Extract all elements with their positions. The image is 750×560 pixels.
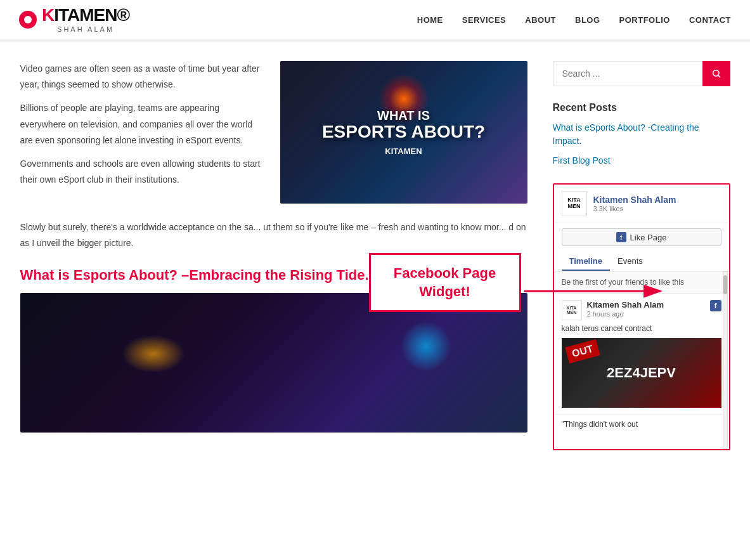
recent-post-2[interactable]: First Blog Post [553,154,730,167]
battle-glow-1 [122,335,185,373]
svg-line-1 [718,75,720,77]
fb-tab-timeline[interactable]: Timeline [562,251,611,271]
fb-out-stamp: OUT [565,339,600,363]
fb-likes: 3.3K likes [593,205,721,212]
svg-point-0 [713,70,718,76]
logo-sub: SHAH ALAM [42,25,129,33]
annotation-arrow [518,272,670,312]
battle-glow-2 [401,321,451,372]
facebook-icon: f [616,232,626,242]
logo-text: KITAMEN® [42,6,129,24]
annotation-box: Facebook PageWidget! [369,253,521,312]
fb-page-name: Kitamen Shah Alam [593,195,721,205]
search-input[interactable] [553,61,702,86]
fb-scroll-thumb [723,275,727,294]
main-nav: HOME SERVICES ABOUT BLOG PORTFOLIO CONTA… [417,15,731,25]
esports-featured-image: WHAT IS ESPORTS ABOUT? KITAMEN [280,61,527,204]
nav-home[interactable]: HOME [417,15,443,25]
nav-contact[interactable]: CONTACT [689,15,731,25]
search-button[interactable] [702,61,730,86]
fb-logo-k: KITAMEN [567,197,580,210]
nav-blog[interactable]: BLOG [575,15,600,25]
fb-post-image-number: 2EZ4JEPV [607,365,676,381]
recent-posts-section: Recent Posts What is eSports About? -Cre… [553,102,730,167]
annotation-text: Facebook PageWidget! [394,264,496,301]
sidebar: Recent Posts What is eSports About? -Cre… [553,61,730,450]
article-text-left: Video games are often seen as a waste of… [20,61,268,204]
facebook-page-widget: KITAMEN Kitamen Shah Alam 3.3K likes f L… [553,183,730,450]
fb-post-text: kalah terus cancel contract [562,324,721,333]
logo-rest: ITAMEN [54,5,117,25]
search-bar [553,61,730,86]
intro-p1: Video games are often seen as a waste of… [20,61,268,93]
fb-post-fb-icon: f [710,300,721,311]
esports-main-text: ESPORTS ABOUT? [322,122,485,142]
fb-scrollbar[interactable] [723,271,728,449]
esports-what-is: WHAT IS [322,108,485,122]
esports-image-bg: WHAT IS ESPORTS ABOUT? KITAMEN [280,61,527,204]
header: KITAMEN® SHAH ALAM HOME SERVICES ABOUT B… [0,0,750,41]
recent-posts-title: Recent Posts [553,102,730,114]
search-icon [711,68,721,79]
fb-page-info: Kitamen Shah Alam 3.3K likes [593,195,721,212]
logo-area: KITAMEN® SHAH ALAM [19,6,129,33]
logo-dot-icon [19,11,37,29]
annotation-arrow-svg [518,272,670,310]
fb-bottom-text: "Things didn't work out [554,415,729,434]
header-divider [0,41,750,42]
widget-annotation-wrapper: Facebook PageWidget! KITAMEN [553,183,730,450]
fb-like-label: Like Page [630,233,667,242]
intro-p2: Billions of people are playing, teams ar… [20,100,268,148]
fb-like-button[interactable]: f Like Page [562,228,721,246]
fb-tabs: Timeline Events [554,251,729,271]
logo-dot-inner [24,16,32,23]
logo-k: K [42,5,54,25]
intro-p4: Slowly but surely, there's a worldwide a… [20,219,527,251]
nav-services[interactable]: SERVICES [462,15,507,25]
esports-image-text: WHAT IS ESPORTS ABOUT? [322,108,485,142]
article-battle-image [20,293,527,433]
fb-post-image: OUT 2EZ4JEPV [562,338,721,408]
fb-widget-header: KITAMEN Kitamen Shah Alam 3.3K likes [554,185,729,223]
article-intro: Video games are often seen as a waste of… [20,61,527,204]
intro-p3: Governments and schools are even allowin… [20,156,268,188]
logo-text-block: KITAMEN® SHAH ALAM [42,6,129,33]
recent-post-1[interactable]: What is eSports About? -Creating the Imp… [553,121,730,148]
nav-portfolio[interactable]: PORTFOLIO [619,15,670,25]
esports-brand: KITAMEN [385,147,422,156]
fb-tab-events[interactable]: Events [610,251,650,271]
main-container: Video games are often seen as a waste of… [8,61,743,450]
fb-logo-box: KITAMEN [562,191,587,216]
nav-about[interactable]: ABOUT [525,15,556,25]
